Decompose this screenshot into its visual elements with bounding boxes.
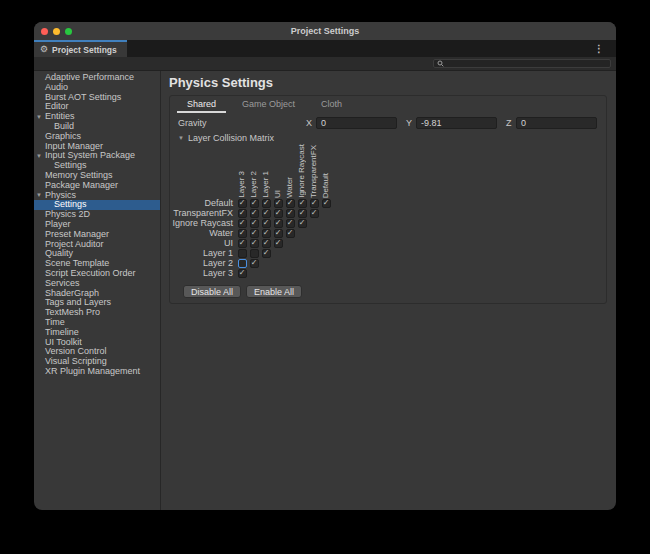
sidebar-item-label: Tags and Layers xyxy=(45,297,111,307)
gravity-vector3: X0Y-9.81Z0 xyxy=(306,117,597,129)
matrix-column-layer-1: Layer 1 xyxy=(260,171,272,198)
collision-checkbox-default-vs-water[interactable]: ✓ xyxy=(286,199,295,208)
sidebar-item-xr-plugin-management[interactable]: XR Plugin Management xyxy=(34,367,160,377)
matrix-cell: ✓ xyxy=(248,259,260,268)
axis-letter: X xyxy=(306,118,316,128)
matrix-column-label: Ignore Raycast xyxy=(296,144,308,198)
matrix-column-ignore-raycast: Ignore Raycast xyxy=(296,144,308,198)
foldout-triangle-icon[interactable]: ▼ xyxy=(178,135,184,141)
enable-all-button[interactable]: Enable All xyxy=(246,285,302,298)
collision-checkbox-ignore-raycast-vs-ui[interactable]: ✓ xyxy=(274,219,283,228)
collision-checkbox-ui-vs-ui[interactable]: ✓ xyxy=(274,239,283,248)
search-input[interactable] xyxy=(433,59,611,68)
collision-checkbox-ignore-raycast-vs-layer-3[interactable]: ✓ xyxy=(238,219,247,228)
sidebar-item-label: Visual Scripting xyxy=(45,356,107,366)
collision-checkbox-transparentfx-vs-water[interactable]: ✓ xyxy=(286,209,295,218)
collision-checkbox-default-vs-ignore-raycast[interactable]: ✓ xyxy=(298,199,307,208)
search-icon xyxy=(437,60,444,67)
collision-checkbox-water-vs-layer-1[interactable]: ✓ xyxy=(262,229,271,238)
matrix-row-transparentfx: TransparentFX✓✓✓✓✓✓✓ xyxy=(170,208,606,218)
traffic-lights xyxy=(41,28,72,35)
sidebar-item-label: Physics xyxy=(45,190,76,200)
matrix-row-layer-2: Layer 2✓ xyxy=(170,258,606,268)
sidebar-item-label: Adaptive Performance xyxy=(45,72,134,82)
collision-checkbox-ignore-raycast-vs-layer-1[interactable]: ✓ xyxy=(262,219,271,228)
sidebar-item-label: XR Plugin Management xyxy=(45,366,140,376)
sidebar-item-entities[interactable]: ▼Entities xyxy=(34,112,160,122)
sidebar-item-label: Script Execution Order xyxy=(45,268,136,278)
collision-checkbox-ignore-raycast-vs-water[interactable]: ✓ xyxy=(286,219,295,228)
matrix-column-label: Water xyxy=(284,177,296,198)
axis-letter: Z xyxy=(506,118,516,128)
collision-checkbox-transparentfx-vs-layer-2[interactable]: ✓ xyxy=(250,209,259,218)
matrix-cell: ✓ xyxy=(236,209,248,218)
matrix-cell: ✓ xyxy=(260,229,272,238)
matrix-column-label: Layer 1 xyxy=(260,171,272,198)
collision-checkbox-water-vs-water[interactable]: ✓ xyxy=(286,229,295,238)
collision-checkbox-layer-1-vs-layer-3[interactable] xyxy=(238,249,247,258)
tab-shared[interactable]: Shared xyxy=(177,96,226,113)
matrix-rows: Default✓✓✓✓✓✓✓✓TransparentFX✓✓✓✓✓✓✓Ignor… xyxy=(170,198,606,278)
collision-checkbox-default-vs-layer-3[interactable]: ✓ xyxy=(238,199,247,208)
collision-checkbox-water-vs-layer-3[interactable]: ✓ xyxy=(238,229,247,238)
tab-cloth[interactable]: Cloth xyxy=(311,96,352,113)
layer-collision-matrix-foldout[interactable]: ▼ Layer Collision Matrix xyxy=(170,133,606,142)
collision-checkbox-layer-3-vs-layer-3[interactable]: ✓ xyxy=(238,269,247,278)
disable-all-button[interactable]: Disable All xyxy=(183,285,241,298)
collision-checkbox-water-vs-ui[interactable]: ✓ xyxy=(274,229,283,238)
collision-checkbox-transparentfx-vs-layer-3[interactable]: ✓ xyxy=(238,209,247,218)
collision-checkbox-layer-2-vs-layer-3[interactable] xyxy=(238,259,247,268)
sidebar-item-label: Editor xyxy=(45,101,69,111)
collision-checkbox-transparentfx-vs-layer-1[interactable]: ✓ xyxy=(262,209,271,218)
matrix-cell: ✓ xyxy=(248,219,260,228)
dock-tab-label: Project Settings xyxy=(52,45,117,55)
collision-checkbox-transparentfx-vs-transparentfx[interactable]: ✓ xyxy=(310,209,319,218)
more-menu-icon[interactable]: ⋮ xyxy=(594,40,604,57)
collision-checkbox-default-vs-layer-2[interactable]: ✓ xyxy=(250,199,259,208)
gravity-z-input[interactable]: 0 xyxy=(516,117,597,129)
collision-checkbox-ui-vs-layer-2[interactable]: ✓ xyxy=(250,239,259,248)
collision-checkbox-ignore-raycast-vs-ignore-raycast[interactable]: ✓ xyxy=(298,219,307,228)
matrix-row-layer-1: Layer 1✓ xyxy=(170,248,606,258)
matrix-cell xyxy=(236,249,248,258)
dock-tab-project-settings[interactable]: ⚙ Project Settings xyxy=(34,40,127,57)
collision-checkbox-water-vs-layer-2[interactable]: ✓ xyxy=(250,229,259,238)
gravity-y-input[interactable]: -9.81 xyxy=(416,117,497,129)
minimize-button-icon[interactable] xyxy=(53,28,60,35)
sidebar-item-label: Input System Package xyxy=(45,150,135,160)
matrix-cell xyxy=(236,259,248,268)
matrix-buttons: Disable AllEnable All xyxy=(183,285,606,298)
matrix-cell: ✓ xyxy=(296,199,308,208)
sidebar-item-input-system-package[interactable]: ▼Input System Package xyxy=(34,151,160,161)
zoom-button-icon[interactable] xyxy=(65,28,72,35)
collision-checkbox-transparentfx-vs-ignore-raycast[interactable]: ✓ xyxy=(298,209,307,218)
matrix-column-transparentfx: TransparentFX xyxy=(308,145,320,198)
matrix-cell: ✓ xyxy=(308,209,320,218)
collision-checkbox-default-vs-layer-1[interactable]: ✓ xyxy=(262,199,271,208)
matrix-cell: ✓ xyxy=(320,199,332,208)
collision-checkbox-ignore-raycast-vs-layer-2[interactable]: ✓ xyxy=(250,219,259,228)
titlebar[interactable]: Project Settings xyxy=(34,22,616,40)
matrix-cell: ✓ xyxy=(236,199,248,208)
collision-checkbox-ui-vs-layer-1[interactable]: ✓ xyxy=(262,239,271,248)
sidebar-item-label: Build xyxy=(54,121,74,131)
collision-checkbox-layer-1-vs-layer-2[interactable] xyxy=(250,249,259,258)
collision-checkbox-default-vs-default[interactable]: ✓ xyxy=(322,199,331,208)
collision-checkbox-ui-vs-layer-3[interactable]: ✓ xyxy=(238,239,247,248)
collision-checkbox-layer-1-vs-layer-1[interactable]: ✓ xyxy=(262,249,271,258)
matrix-column-layer-3: Layer 3 xyxy=(236,171,248,198)
collision-checkbox-default-vs-transparentfx[interactable]: ✓ xyxy=(310,199,319,208)
tab-game-object[interactable]: Game Object xyxy=(232,96,305,113)
matrix-cell: ✓ xyxy=(236,269,248,278)
matrix-column-layer-2: Layer 2 xyxy=(248,171,260,198)
collision-checkbox-layer-2-vs-layer-2[interactable]: ✓ xyxy=(250,259,259,268)
matrix-cell: ✓ xyxy=(296,219,308,228)
sidebar-item-label: UI Toolkit xyxy=(45,337,82,347)
close-button-icon[interactable] xyxy=(41,28,48,35)
search-toolbar xyxy=(34,57,616,71)
matrix-cell: ✓ xyxy=(272,239,284,248)
collision-checkbox-default-vs-ui[interactable]: ✓ xyxy=(274,199,283,208)
collision-checkbox-transparentfx-vs-ui[interactable]: ✓ xyxy=(274,209,283,218)
gravity-x-input[interactable]: 0 xyxy=(316,117,397,129)
sidebar-item-physics[interactable]: ▼Physics xyxy=(34,191,160,201)
